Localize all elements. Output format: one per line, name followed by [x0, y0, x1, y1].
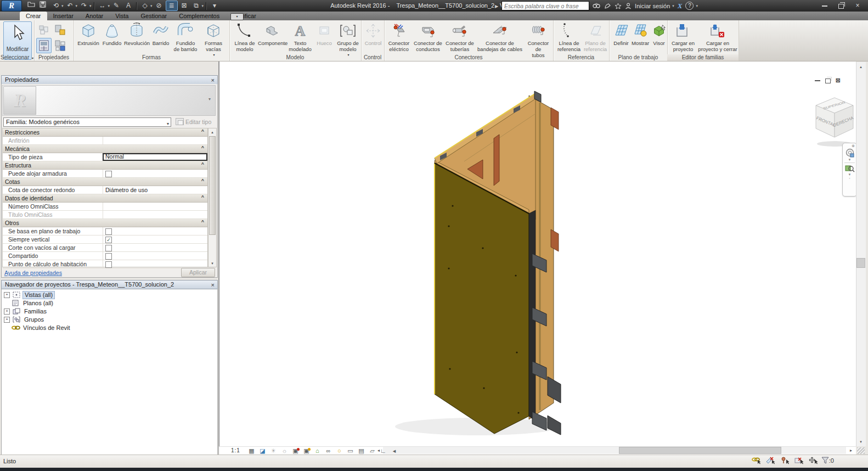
reveal-hidden-elements-icon[interactable]: ○: [335, 447, 343, 455]
help-icon[interactable]: ?: [685, 2, 694, 10]
checkbox-unchecked[interactable]: [105, 253, 112, 260]
property-value-selected[interactable]: Normal: [103, 153, 207, 161]
ribbon-button-visor[interactable]: Visor: [651, 21, 667, 54]
properties-close-icon[interactable]: ×: [211, 76, 215, 85]
view-close-icon[interactable]: ⊠: [836, 77, 841, 84]
expand-icon[interactable]: +: [4, 292, 10, 298]
property-value[interactable]: [103, 211, 207, 218]
ribbon-button-extrusion[interactable]: Extrusión: [77, 21, 100, 54]
search-expander-icon[interactable]: ▸: [495, 2, 498, 10]
properties-palette-button[interactable]: [36, 38, 52, 53]
preview-dropdown-icon[interactable]: ▾: [208, 97, 211, 102]
select-links-icon[interactable]: [752, 457, 762, 464]
measure-dropdown-icon[interactable]: ▾: [108, 4, 110, 8]
sync-dropdown-icon[interactable]: ▾: [61, 4, 64, 8]
collapse-bar-icon[interactable]: ◂: [390, 447, 398, 455]
ribbon-button-conector-tuberias[interactable]: Conector detuberías: [444, 21, 475, 54]
section-icon[interactable]: ⊘: [154, 1, 165, 10]
tab-vista[interactable]: Vista: [109, 12, 134, 20]
ribbon-button-linea-de-referencia[interactable]: Línea dereferencia: [556, 21, 582, 54]
properties-palette-title[interactable]: Propiedades ×: [1, 75, 218, 85]
tab-complementos[interactable]: Complementos: [173, 12, 226, 20]
app-menu-button[interactable]: R: [1, 0, 22, 12]
close-button[interactable]: ×: [849, 0, 866, 12]
tree-item-familias[interactable]: + Familias: [4, 307, 48, 315]
signin-person-icon[interactable]: [625, 3, 632, 9]
steering-wheel-icon[interactable]: [843, 148, 856, 158]
project-browser-close-icon[interactable]: ×: [211, 281, 215, 289]
rendering-options-icon[interactable]: ▣: [302, 447, 311, 455]
tree-item-grupos[interactable]: + Grupos: [4, 316, 46, 323]
property-group[interactable]: Otros^: [3, 219, 207, 227]
navbar-close-icon[interactable]: ⊗: [843, 143, 856, 148]
select-pinned-icon[interactable]: [780, 457, 790, 464]
tree-item-planos[interactable]: Planos (all): [4, 299, 55, 307]
3d-view-dropdown-icon[interactable]: ▾: [150, 4, 153, 8]
drawing-area[interactable]: ⊠ SUPERIOR FRONTAL DERECHA ⊗ ▼ ▼ ◦: [219, 61, 856, 446]
property-group[interactable]: Cotas^: [3, 178, 207, 186]
expand-icon[interactable]: +: [4, 309, 10, 315]
redo-icon[interactable]: ↷: [78, 1, 89, 10]
property-group[interactable]: Mecánica^: [3, 145, 207, 153]
ribbon-button-conector-conductos[interactable]: Conector deconductos: [413, 21, 443, 54]
vertical-scrollbar[interactable]: ▴ ▾: [856, 62, 866, 446]
tab-gestionar[interactable]: Gestionar: [135, 12, 173, 20]
viewcube[interactable]: SUPERIOR FRONTAL DERECHA: [813, 94, 862, 148]
temporary-view-properties-icon[interactable]: ▭: [346, 447, 354, 455]
ribbon-button-componente[interactable]: Componente: [258, 21, 286, 54]
tree-item-vinculos[interactable]: Vínculos de Revit: [4, 324, 72, 332]
edit-type-button[interactable]: Editar tipo: [176, 118, 211, 125]
project-browser-title[interactable]: Navegador de proyectos - Trespa_Meteon__…: [1, 280, 218, 289]
property-group[interactable]: Estructura^: [3, 161, 207, 170]
ribbon-button-linea-de-modelo[interactable]: Línea demodelo: [233, 21, 257, 54]
ribbon-button-revolucion[interactable]: Revolución: [124, 21, 149, 54]
minimize-button[interactable]: [816, 0, 833, 12]
open-icon[interactable]: [26, 1, 37, 10]
navbar-more-icon[interactable]: ◦: [843, 176, 856, 180]
expand-icon[interactable]: +: [4, 317, 10, 323]
solid-forms-button[interactable]: [53, 23, 68, 38]
help-dropdown-icon[interactable]: ▾: [696, 4, 698, 8]
favorites-star-icon[interactable]: [615, 3, 622, 9]
undo-dropdown-icon[interactable]: ▾: [76, 4, 78, 8]
customize-qat-icon[interactable]: ▾: [209, 1, 220, 10]
save-icon[interactable]: [38, 1, 49, 10]
3d-model[interactable]: [219, 61, 856, 446]
search-input[interactable]: [501, 1, 589, 10]
type-selector[interactable]: Familia: Modelos genéricos ▾: [3, 117, 171, 127]
ribbon-button-barrido[interactable]: Barrido: [150, 21, 171, 54]
tab-insertar[interactable]: Insertar: [47, 12, 80, 20]
temporary-hide-isolate-icon[interactable]: ∞: [324, 447, 332, 455]
checkbox-unchecked[interactable]: [105, 228, 112, 235]
rendering-dialog-icon[interactable]: ▣: [291, 447, 300, 455]
zoom-tool-icon[interactable]: [843, 164, 856, 173]
close-hidden-windows-icon[interactable]: ⊠: [179, 1, 190, 10]
ribbon-button-grupo-de-modelo[interactable]: Grupo demodelo▾: [336, 21, 360, 54]
property-group[interactable]: Datos de identidad^: [3, 194, 207, 203]
ribbon-button-fundido[interactable]: Fundido: [101, 21, 123, 54]
sync-icon[interactable]: ⟲: [50, 1, 61, 10]
exclude-options-icon[interactable]: [766, 457, 776, 464]
family-types-button[interactable]: [36, 23, 52, 38]
property-group[interactable]: Restricciones^: [3, 128, 207, 137]
thin-lines-icon[interactable]: ≣: [166, 1, 178, 11]
analytical-model-icon[interactable]: ▤: [357, 447, 365, 455]
checkbox-unchecked[interactable]: [105, 245, 112, 251]
restore-button[interactable]: [833, 0, 849, 12]
ribbon-button-conector-electrico[interactable]: Conectoreléctrico: [386, 21, 412, 54]
ribbon-display-options-icon[interactable]: ▾: [230, 13, 244, 20]
view-scale-button[interactable]: 1:1: [231, 447, 240, 453]
signin-label[interactable]: Iniciar sesión: [635, 3, 670, 9]
properties-help-link[interactable]: Ayuda de propiedades: [4, 270, 62, 276]
signin-dropdown-icon[interactable]: ▾: [672, 4, 674, 8]
property-value[interactable]: Diámetro de uso: [103, 186, 207, 194]
ribbon-button-cargar-en-proyecto[interactable]: Cargar enproyecto: [670, 21, 696, 54]
exchange-apps-icon[interactable]: X: [678, 2, 683, 10]
checkbox-checked[interactable]: ✓: [105, 237, 112, 243]
panel-label-seleccionar[interactable]: Seleccionar ▾: [0, 54, 34, 61]
apply-button[interactable]: Aplicar: [181, 268, 215, 277]
property-value[interactable]: [103, 137, 207, 144]
drag-on-selection-icon[interactable]: [809, 457, 819, 464]
crop-region-icon[interactable]: ⌂: [313, 447, 322, 455]
steering-wheel-dropdown-icon[interactable]: ▼: [843, 158, 856, 161]
